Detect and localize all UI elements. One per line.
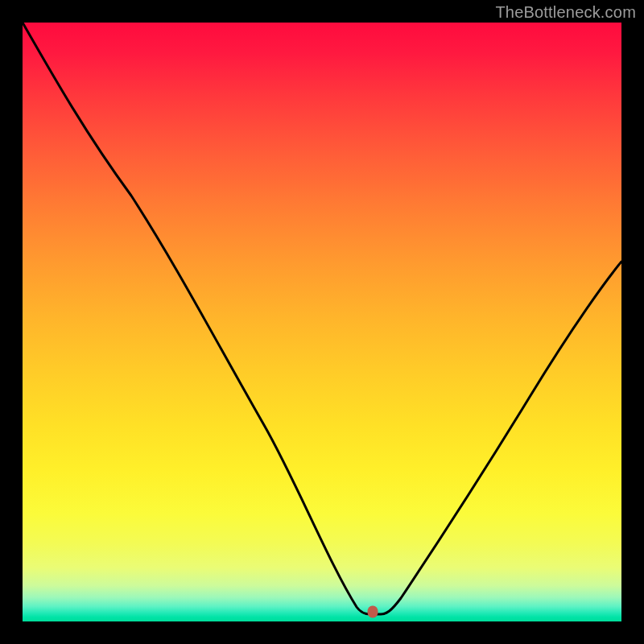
bottleneck-curve: [23, 23, 621, 621]
site-watermark: TheBottleneck.com: [495, 3, 636, 22]
curve-path: [23, 23, 621, 614]
optimum-marker: [368, 606, 378, 618]
chart-plot-area: [23, 23, 621, 621]
chart-frame: TheBottleneck.com: [0, 0, 644, 644]
